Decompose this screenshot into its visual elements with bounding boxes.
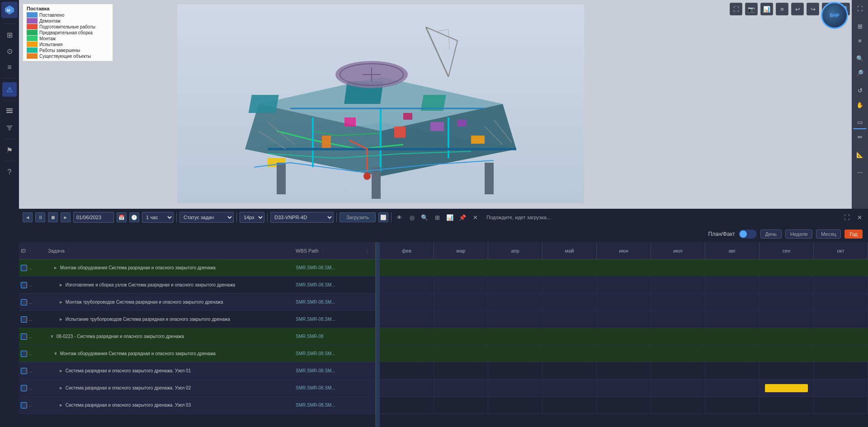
month-jul: июл xyxy=(651,242,705,259)
svg-rect-2 xyxy=(6,112,13,113)
checkbox-8[interactable] xyxy=(21,402,27,408)
app-logo: M xyxy=(1,2,18,18)
gantt-months-header: фев мар апр май июн июл авг сен xyxy=(380,242,868,259)
tl-close2-btn[interactable]: ✕ xyxy=(854,212,864,222)
chart-btn[interactable]: 📊 xyxy=(760,3,773,15)
period-month-btn[interactable]: Месяц xyxy=(816,230,841,239)
sidebar-btn-help[interactable]: ? xyxy=(2,165,17,179)
tl-calendar-btn[interactable]: 📅 xyxy=(117,212,127,222)
3d-viewport[interactable]: Поставка Поставлено Демонтаж Подготовите… xyxy=(19,0,868,210)
sidebar-btn-alert[interactable]: ⚠ xyxy=(2,82,17,97)
tl-project-select[interactable]: D33-VNPR-4D xyxy=(270,212,334,223)
sidebar-btn-flag[interactable]: ⚑ xyxy=(2,143,17,157)
layers-btn[interactable]: ≡ xyxy=(776,3,788,15)
checkbox-6[interactable] xyxy=(21,368,27,374)
col-wbs-menu[interactable]: ⋮ xyxy=(321,249,325,253)
col-id-menu[interactable]: ⋮ xyxy=(28,249,32,253)
legend-color-4 xyxy=(27,36,38,41)
tl-export-btn[interactable]: ⬜ xyxy=(378,212,388,222)
checkbox-7[interactable] xyxy=(21,385,27,391)
plan-fact-label: План/Факт xyxy=(708,231,735,237)
table-row: ... ► Монтаж трубопроводов Система разря… xyxy=(19,294,375,311)
svg-rect-31 xyxy=(322,136,331,149)
cell-wbs-1: SMR.SMR-08.SM... xyxy=(294,282,366,287)
id-text-1: ... xyxy=(29,282,33,287)
legend-color-1 xyxy=(27,18,38,23)
legend-item-1: Демонтаж xyxy=(27,18,109,23)
platform-3d-view[interactable] xyxy=(109,0,652,208)
svg-rect-36 xyxy=(471,136,485,144)
svg-rect-32 xyxy=(394,127,406,138)
checkbox-2[interactable] xyxy=(21,299,27,305)
tl-divider-2 xyxy=(236,212,237,222)
rt-fullscreen[interactable]: ⛶ xyxy=(853,2,867,15)
rt-select[interactable]: ▭ xyxy=(853,116,867,129)
cell-task-3: ► Испытание трубопроводов Система разряд… xyxy=(46,317,294,322)
left-sidebar: M ⊞ ⊙ ≡ ⚠ ⚑ ? xyxy=(0,0,19,427)
rt-menu[interactable]: ≡ xyxy=(853,34,867,47)
rt-zoom-out[interactable]: 🔎 xyxy=(853,66,867,80)
tl-zoom-btn[interactable]: 🔍 xyxy=(420,212,429,222)
svg-text:M: M xyxy=(7,8,10,13)
svg-rect-19 xyxy=(249,95,279,113)
month-oct: окт xyxy=(814,242,868,259)
table-row: ... ► Изготовление и сборка узлов Систем… xyxy=(19,277,375,294)
camera-btn[interactable]: 📷 xyxy=(745,3,758,15)
right-toolbar: ⛶ ⊞ ≡ 🔍 🔎 ↺ ✋ ▭ ✏ 📐 ⋯ xyxy=(852,0,868,210)
month-sep: сен xyxy=(760,242,814,259)
rt-edit[interactable]: ✏ xyxy=(853,130,867,144)
tl-interval-select[interactable]: 1 час xyxy=(142,212,174,223)
tl-play-back[interactable]: ◄ xyxy=(23,212,33,222)
tl-px-select[interactable]: 14px xyxy=(240,212,264,223)
gantt-resize-handle[interactable]: ⋮ xyxy=(376,242,380,427)
redo-btn[interactable]: ↪ xyxy=(807,3,819,15)
tl-stop[interactable]: ⏹ xyxy=(48,212,58,222)
tl-close-btn[interactable]: ✕ xyxy=(470,212,480,222)
sidebar-btn-2[interactable]: ⊙ xyxy=(2,44,17,58)
undo-btn[interactable]: ↩ xyxy=(791,3,804,15)
id-text-3: ... xyxy=(29,317,33,322)
cell-task-6: ► Система разрядная и опасного закрытого… xyxy=(46,368,294,373)
legend-color-3 xyxy=(27,30,38,35)
cell-task-7: ► Система разрядная и опасного закрытого… xyxy=(46,385,294,390)
tl-load-btn[interactable]: Загрузить xyxy=(340,212,376,222)
sidebar-btn-1[interactable]: ⊞ xyxy=(2,28,17,42)
tl-eye2-btn[interactable]: ◎ xyxy=(407,212,417,222)
sidebar-btn-layers[interactable] xyxy=(2,104,17,119)
rt-zoom-in[interactable]: 🔍 xyxy=(853,52,867,65)
col-task-menu[interactable]: ⋮ xyxy=(66,249,71,253)
plan-fact-toggle[interactable] xyxy=(739,230,757,239)
checkbox-4[interactable] xyxy=(21,333,27,340)
legend-color-5 xyxy=(27,42,38,47)
period-year-btn[interactable]: Год xyxy=(844,230,863,239)
rt-grid[interactable]: ⊞ xyxy=(853,19,867,33)
sidebar-btn-3[interactable]: ≡ xyxy=(2,60,17,75)
period-day-btn[interactable]: День xyxy=(760,230,782,239)
gantt-bar-7 xyxy=(765,384,808,392)
rt-rotate[interactable]: ↺ xyxy=(853,84,867,97)
rt-measure[interactable]: 📐 xyxy=(853,148,867,161)
tl-mode-select[interactable]: Статус задач xyxy=(179,212,234,223)
tl-grid-btn[interactable]: ⊞ xyxy=(432,212,442,222)
checkbox-3[interactable] xyxy=(21,316,27,323)
tl-chart2-btn[interactable]: 📊 xyxy=(445,212,455,222)
tl-clock-btn[interactable]: 🕐 xyxy=(129,212,139,222)
rt-more[interactable]: ⋯ xyxy=(853,165,867,179)
cell-wbs-4: SMR.SMR-08 xyxy=(294,334,366,339)
tl-pause[interactable]: ⏸ xyxy=(35,212,45,222)
tl-date-input[interactable] xyxy=(73,212,114,223)
tl-expand-btn[interactable]: ⛶ xyxy=(842,212,852,222)
sidebar-btn-filter[interactable] xyxy=(2,121,17,135)
tl-pin-btn[interactable]: 📌 xyxy=(458,212,467,222)
expand-btn[interactable]: ⛶ xyxy=(730,3,742,15)
tl-eye-btn[interactable]: 👁 xyxy=(394,212,404,222)
checkbox-0[interactable] xyxy=(21,265,27,271)
rt-pan[interactable]: ✋ xyxy=(853,98,867,112)
chart-row-0 xyxy=(380,259,868,277)
vnpr-badge[interactable]: ВНР xyxy=(821,2,848,29)
tl-play[interactable]: ► xyxy=(61,212,71,222)
legend-item-5: Испытания xyxy=(27,42,109,47)
checkbox-1[interactable] xyxy=(21,282,27,288)
period-week-btn[interactable]: Неделя xyxy=(785,230,812,239)
checkbox-5[interactable] xyxy=(21,351,27,357)
